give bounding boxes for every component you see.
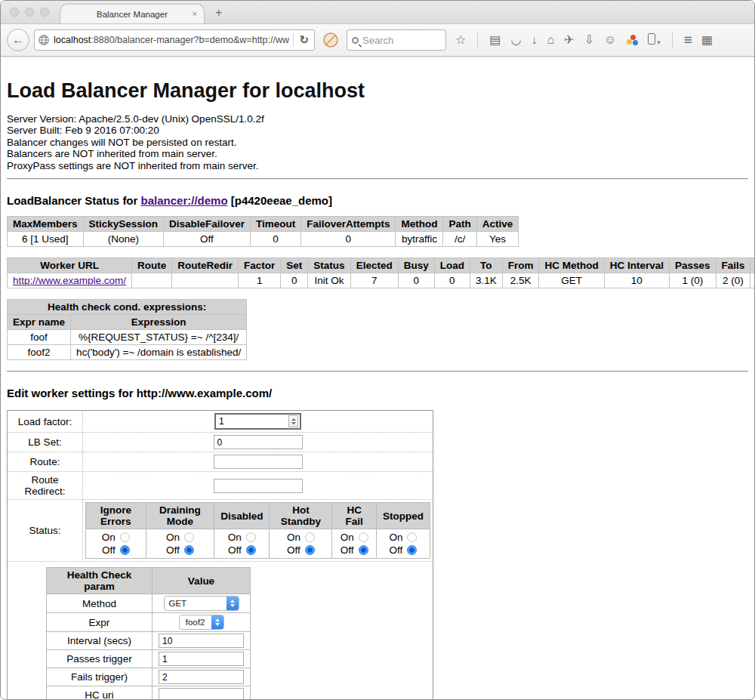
adblock-disabled-icon[interactable] — [322, 32, 339, 48]
ignore-errors-on-radio[interactable] — [120, 532, 130, 542]
new-tab-button[interactable]: + — [215, 7, 222, 19]
number-stepper-icon[interactable] — [288, 415, 298, 427]
zoom-window-button[interactable] — [40, 8, 49, 17]
hc-expr-select[interactable]: foof2 — [179, 615, 224, 630]
hc-passes-input[interactable] — [159, 652, 244, 666]
col-disablefailover: DisableFailover — [164, 217, 251, 232]
col-path: Path — [443, 217, 476, 232]
cell-status: Init Ok — [308, 273, 350, 288]
cell-factor: 1 — [239, 273, 281, 288]
grid-addon-icon[interactable]: ▦ — [701, 34, 713, 46]
url-divider — [293, 33, 294, 47]
home-icon[interactable]: ⌂ — [547, 34, 554, 46]
site-identity-globe-icon[interactable] — [38, 34, 50, 46]
hc-method-select[interactable]: GET — [164, 596, 239, 611]
heading-prefix: LoadBalancer Status for — [7, 194, 137, 207]
bookmark-star-icon[interactable]: ☆ — [455, 34, 466, 46]
save-to-device-icon[interactable]: ⇩ — [584, 34, 594, 46]
stopped-off-radio[interactable] — [407, 545, 417, 555]
route-redirect-label: Route Redirect: — [8, 472, 83, 500]
col-hc-param: Health Check param — [47, 568, 153, 594]
cell-disablefailover: Off — [164, 232, 251, 247]
hc-row-hcuri: HC uri — [47, 686, 251, 700]
search-bar[interactable]: Search — [347, 29, 446, 51]
downloads-icon[interactable]: ↓ — [531, 34, 537, 46]
proxypass-warning-line: ProxyPass settings are NOT inherited fro… — [7, 160, 748, 171]
back-button[interactable]: ← — [7, 29, 29, 51]
sidebar-battery-icon[interactable]: ▾ — [648, 33, 661, 48]
url-bar[interactable]: localhost:8880/balancer-manager?b=demo&w… — [34, 29, 315, 51]
cell-active: Yes — [476, 232, 519, 247]
menu-hamburger-icon[interactable]: ≡ — [684, 34, 692, 46]
col-from: From — [502, 258, 539, 273]
hc-uri-input[interactable] — [159, 688, 244, 700]
draining-mode-on-radio[interactable] — [184, 532, 194, 542]
col-draining-mode: Draining Mode — [146, 503, 214, 529]
hc-fails-input[interactable] — [159, 670, 244, 684]
disabled-off-radio[interactable] — [246, 545, 256, 555]
hot-standby-off-radio[interactable] — [305, 545, 315, 555]
cell-expr-name: foof — [8, 330, 71, 345]
fails-label: Fails trigger) — [47, 668, 153, 686]
status-cell-hot-standby: On Off — [270, 529, 332, 559]
reload-icon[interactable]: ↻ — [297, 33, 311, 47]
url-text[interactable]: localhost:8880/balancer-manager?b=demo&w… — [54, 35, 289, 45]
col-worker-url: Worker URL — [8, 258, 132, 273]
route-redirect-input[interactable] — [214, 479, 303, 493]
hc-fail-off-radio[interactable] — [359, 545, 368, 555]
status-cell-stopped: On Off — [376, 529, 430, 559]
off-label: Off — [341, 544, 354, 557]
chat-smiley-icon[interactable]: ☺ — [604, 34, 616, 46]
table-header-row: Worker URL Route RouteRedir Factor Set S… — [8, 258, 755, 273]
on-label: On — [228, 531, 242, 544]
search-placeholder: Search — [362, 35, 393, 46]
minimize-window-button[interactable] — [25, 8, 34, 17]
pocket-icon[interactable]: ◡ — [510, 34, 521, 46]
toolbar-icons: ☆ ▤ ◡ ↓ ⌂ ✈ ⇩ ☺ ▾ ≡ ▦ — [455, 32, 713, 48]
cell-worker-url: http://www.example.com/ — [8, 273, 132, 288]
col-set: Set — [281, 258, 308, 273]
table-row: foof %{REQUEST_STATUS} =~ /^[234]/ — [8, 330, 247, 345]
col-stickysession: StickySession — [83, 217, 164, 232]
route-input[interactable] — [214, 455, 303, 469]
col-value: Value — [153, 568, 251, 594]
disabled-on-radio[interactable] — [246, 532, 256, 542]
off-label: Off — [228, 544, 242, 557]
status-radio-row: On Off On Off On Off — [86, 529, 430, 559]
on-label: On — [341, 531, 354, 544]
hc-row-passes: Passes trigger — [47, 650, 251, 668]
draining-mode-off-radio[interactable] — [184, 545, 194, 555]
reading-list-icon[interactable]: ▤ — [489, 34, 501, 46]
tab-close-icon[interactable]: × — [193, 9, 197, 18]
form-row-lb-set: LB Set: — [8, 433, 433, 452]
expr-label: Expr — [47, 613, 153, 632]
hc-method-value: GET — [165, 599, 226, 608]
hot-standby-on-radio[interactable] — [305, 532, 315, 542]
server-built-line: Server Built: Feb 9 2016 07:00:20 — [7, 125, 748, 136]
hc-row-method: Method GET — [47, 594, 251, 613]
cell-hc-interval: 10 — [604, 273, 669, 288]
ignore-errors-off-radio[interactable] — [120, 545, 130, 555]
col-active: Active — [476, 217, 519, 232]
worker-url-link[interactable]: http://www.example.com/ — [13, 275, 126, 286]
form-row-hc-params: Health Check param Value Method GET — [8, 562, 433, 700]
col-factor: Factor — [239, 258, 281, 273]
on-label: On — [102, 531, 116, 544]
cell-failoverattempts: 0 — [301, 232, 396, 247]
colored-dots-addon-icon[interactable] — [626, 35, 638, 45]
form-row-route: Route: — [8, 452, 433, 472]
load-factor-input[interactable] — [216, 415, 288, 427]
lb-set-input[interactable] — [214, 435, 303, 449]
close-window-button[interactable] — [10, 8, 19, 17]
select-arrows-icon — [211, 615, 223, 630]
col-route: Route — [132, 258, 172, 273]
interval-label: Interval (secs) — [47, 632, 153, 650]
select-arrows-icon — [226, 596, 239, 611]
hc-interval-input[interactable] — [159, 634, 244, 648]
browser-tab[interactable]: Balancer Manager × — [60, 4, 205, 24]
send-icon[interactable]: ✈ — [564, 34, 574, 46]
balancer-demo-link[interactable]: balancer://demo — [141, 194, 228, 207]
stopped-on-radio[interactable] — [407, 532, 417, 542]
hc-fail-on-radio[interactable] — [359, 532, 368, 542]
load-factor-field[interactable] — [214, 413, 301, 430]
